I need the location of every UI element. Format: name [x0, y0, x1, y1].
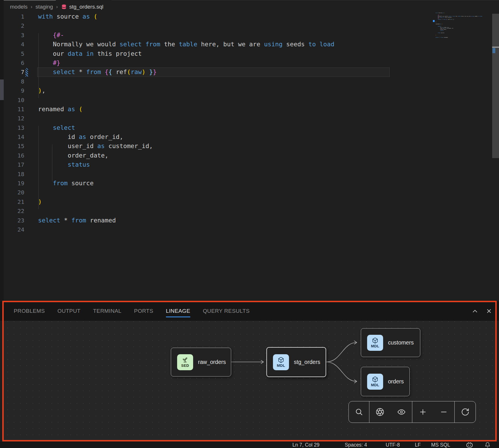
chevron-up-icon[interactable] [472, 309, 478, 313]
breadcrumb-item-staging[interactable]: staging [35, 4, 53, 10]
tab-terminal[interactable]: TERMINAL [93, 308, 121, 314]
zoom-in-button[interactable] [412, 401, 433, 423]
code-line: 4 Normally we would select from the tabl… [0, 40, 499, 49]
notifications-bell-icon[interactable] [485, 442, 490, 448]
close-icon[interactable] [486, 308, 492, 314]
search-icon [355, 408, 363, 416]
breadcrumb-item-file[interactable]: stg_orders.sql [61, 4, 103, 10]
cube-icon [372, 376, 378, 383]
lineage-node-raw-orders[interactable]: SED raw_orders [171, 348, 231, 377]
lineage-node-stg-orders[interactable]: MDL stg_orders [266, 347, 326, 377]
code-line: 12 [0, 114, 499, 123]
code-line: 18 [0, 170, 499, 179]
scrollbar-thumb[interactable] [492, 14, 499, 158]
tab-output[interactable]: OUTPUT [58, 308, 81, 314]
seed-badge: SED [177, 354, 193, 370]
encoding-setting[interactable]: UTF-8 [386, 442, 400, 448]
tab-ports[interactable]: PORTS [134, 308, 153, 314]
code-line: 3 {#- [0, 31, 499, 40]
code-line: 9), [0, 86, 499, 95]
code-line: 5 our data in this project [0, 49, 499, 58]
lineage-node-orders[interactable]: MDL orders [361, 367, 410, 396]
overview-ruler-modified-mark [492, 48, 495, 53]
minimap-modified-marker [433, 20, 435, 22]
line-number: 20 [0, 188, 24, 197]
breadcrumb: models › staging › stg_orders.sql [10, 2, 103, 11]
eye-button[interactable] [391, 401, 412, 423]
code-line: 1with source as ( [0, 12, 499, 21]
code-line: 15 user_id as customer_id, [0, 142, 499, 151]
database-icon [61, 4, 67, 10]
line-number: 23 [0, 216, 24, 225]
line-number: 2 [0, 21, 24, 30]
panel-tab-bar: PROBLEMS OUTPUT TERMINAL PORTS LINEAGE Q… [0, 301, 499, 321]
badge-label: MDL [277, 363, 285, 368]
code-line: 20 [0, 188, 499, 197]
line-number: 1 [0, 12, 24, 21]
line-number: 15 [0, 142, 24, 151]
code-line: 10 [0, 95, 499, 105]
minimap[interactable]: with source as ( {#- Normally we would s… [435, 13, 484, 50]
line-number: 19 [0, 179, 24, 188]
code-line: 11renamed as ( [0, 105, 499, 114]
model-badge: MDL [367, 374, 383, 390]
tab-problems[interactable]: PROBLEMS [14, 308, 45, 314]
window-top-border [112, 0, 499, 0]
node-label: customers [388, 339, 414, 346]
status-bar: Ln 7, Col 29 Spaces: 4 UTF-8 LF MS SQL [0, 442, 499, 448]
aperture-button[interactable] [369, 401, 391, 423]
line-number: 18 [0, 170, 24, 179]
code-line: 16 order_date, [0, 151, 499, 160]
line-number: 22 [0, 206, 24, 216]
line-number: 14 [0, 132, 24, 142]
model-badge: MDL [273, 354, 289, 370]
model-badge: MDL [367, 335, 383, 351]
vscode-window: models › staging › stg_orders.sql 1with … [0, 0, 499, 448]
minus-icon [440, 408, 448, 416]
editor-scrollbar[interactable] [492, 13, 499, 301]
code-line: 17 status [0, 160, 499, 169]
lineage-node-customers[interactable]: MDL customers [361, 328, 420, 357]
search-button[interactable] [349, 401, 369, 423]
eye-icon [397, 408, 406, 416]
code-line: 8 [0, 77, 499, 86]
zoom-out-button[interactable] [433, 401, 455, 423]
lineage-toolbar [348, 401, 476, 423]
refresh-button[interactable] [455, 401, 476, 423]
breadcrumb-item-models[interactable]: models [10, 4, 27, 10]
breadcrumb-separator: › [56, 4, 58, 10]
line-number: 24 [0, 225, 24, 234]
refresh-icon [461, 408, 470, 416]
copilot-robot-icon[interactable] [466, 442, 473, 448]
line-number: 9 [0, 86, 24, 95]
line-number: 6 [0, 58, 24, 67]
language-mode[interactable]: MS SQL [431, 442, 450, 448]
aperture-icon [376, 408, 384, 416]
indentation-setting[interactable]: Spaces: 4 [345, 442, 367, 448]
eol-setting[interactable]: LF [415, 442, 421, 448]
node-label: orders [388, 378, 404, 385]
tab-query-results[interactable]: QUERY RESULTS [203, 308, 250, 314]
code-line: 13 select [0, 123, 499, 132]
tab-lineage[interactable]: LINEAGE [166, 308, 190, 314]
line-number: 13 [0, 123, 24, 132]
code-line: 21) [0, 197, 499, 206]
code-line: 7 select * from {{ ref(raw) }} [0, 67, 499, 77]
line-number: 10 [0, 95, 24, 105]
line-number: 7 [0, 67, 24, 77]
code-line: 24 [0, 225, 499, 234]
cube-icon [372, 337, 378, 344]
code-line: 22 [0, 206, 499, 216]
plus-icon [419, 408, 427, 416]
code-editor[interactable]: 1with source as (23 {#-4 Normally we wou… [0, 12, 499, 301]
node-label: raw_orders [198, 359, 226, 365]
overview-ruler-mark [492, 47, 499, 48]
node-label: stg_orders [294, 359, 320, 365]
cursor-position[interactable]: Ln 7, Col 29 [292, 442, 319, 448]
active-tab-top-border [4, 0, 56, 1]
badge-label: MDL [371, 383, 379, 387]
line-number: 11 [0, 105, 24, 114]
minimap-line [435, 38, 484, 39]
seed-sprout-icon [182, 357, 188, 363]
line-number: 21 [0, 197, 24, 206]
